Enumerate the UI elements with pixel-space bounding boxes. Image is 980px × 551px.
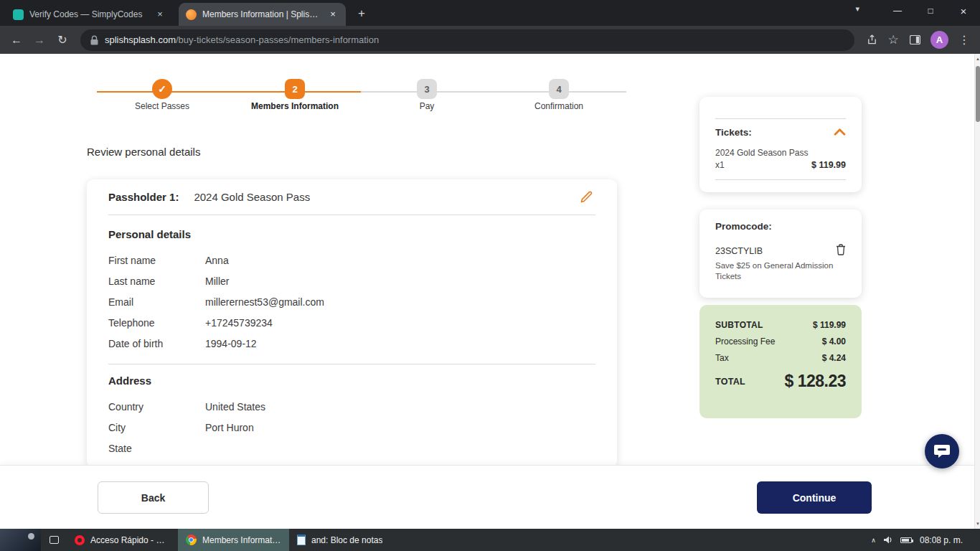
tab-search-icon[interactable]: ▾ [855,4,859,14]
forward-icon[interactable]: → [29,29,50,51]
tray-expand-icon[interactable]: ∧ [871,537,876,544]
passholder-card: Passholder 1: 2024 Gold Season Pass Pers… [87,179,617,468]
tab-close-icon[interactable]: × [154,9,166,20]
step-select-passes-badge[interactable]: ✓ [152,79,172,99]
field-label: Email [108,296,205,308]
passholder-label: Passholder 1: [108,191,179,203]
personal-details-title: Personal details [108,228,595,241]
field-label: City [108,422,205,433]
simplycodes-favicon [13,9,24,20]
field-row-country: Country United States [108,396,595,417]
step-label-pay: Pay [362,101,491,111]
total-value: $ 128.23 [784,372,846,391]
reload-icon[interactable]: ↻ [52,29,73,51]
maximize-button[interactable]: □ [914,6,947,16]
field-row-telephone: Telephone +17245739234 [108,312,595,333]
taskbar-app-chrome[interactable]: Members Informatio... [178,529,289,551]
address-bar[interactable]: splishsplash.com/buy-tickets/season-pass… [80,29,854,51]
volume-icon[interactable] [884,536,892,544]
action-bar: Back Continue [0,465,974,529]
back-icon[interactable]: ← [6,29,27,51]
profile-avatar[interactable]: A [930,31,948,49]
field-value: United States [205,401,265,413]
tickets-title: Tickets: [715,127,752,138]
field-value: Port Huron [205,422,254,433]
opera-icon [75,535,85,545]
browser-tab-strip: Verify Codes — SimplyCodes × Members Inf… [0,0,980,26]
passholder-pass-name: 2024 Gold Season Pass [194,191,310,203]
field-value: millerernest53@gmail.com [205,296,324,308]
minimize-button[interactable]: — [881,6,914,16]
scroll-down-icon[interactable]: ▼ [975,519,980,529]
splishsplash-favicon [186,9,197,20]
close-window-button[interactable]: × [947,5,980,17]
step-members-information-badge[interactable]: 2 [285,79,305,99]
url-domain: splishsplash.com [105,34,176,45]
screen: Verify Codes — SimplyCodes × Members Inf… [0,0,980,551]
tab-members-information[interactable]: Members Information | Splish Spl × [179,3,346,26]
chrome-icon [186,534,197,545]
step-pay-badge[interactable]: 3 [417,79,437,99]
tickets-header: Tickets: [715,126,846,138]
window-controls: — □ × [881,0,980,22]
system-tray: ∧ 08:08 p. m. [871,529,980,551]
summary-row-subtotal: SUBTOTAL $ 119.99 [715,316,846,333]
continue-button[interactable]: Continue [757,481,872,514]
scrollbar-thumb[interactable] [976,66,980,122]
field-label: Telephone [108,317,205,329]
side-panel-icon[interactable] [905,30,925,50]
ticket-quantity: x1 [715,160,725,170]
taskbar-app-opera[interactable]: Acceso Rápido - Opera [67,529,178,551]
share-icon[interactable] [862,30,882,50]
delete-promocode-trash-icon[interactable] [836,244,846,258]
summary-label: SUBTOTAL [715,320,763,330]
browser-menu-icon[interactable]: ⋮ [954,30,974,50]
field-row-last-name: Last name Miller [108,270,595,291]
back-button[interactable]: Back [98,481,209,514]
bookmark-star-icon[interactable]: ☆ [883,30,903,50]
tab-close-icon[interactable]: × [327,9,339,20]
field-row-email: Email millerernest53@gmail.com [108,291,595,312]
edit-pencil-icon[interactable] [577,188,595,207]
field-row-state: State [108,438,595,458]
summary-value: $ 4.00 [822,336,846,347]
field-value: 1994-09-12 [205,338,257,349]
ticket-name: 2024 Gold Season Pass [715,148,846,158]
chat-icon [933,443,951,459]
taskbar-app-label: and: Bloc de notas [311,535,382,545]
promocode-card: Promocode: 23SCTYLIB Save $25 on General… [699,209,862,298]
summary-row-processing-fee: Processing Fee $ 4.00 [715,333,846,349]
field-value: Anna [205,255,229,266]
section-divider [108,364,595,364]
taskbar-widgets-thumbnail[interactable] [0,529,41,551]
promocode-value: 23SCTYLIB [715,246,763,256]
field-row-date-of-birth: Date of birth 1994-09-12 [108,333,595,354]
summary-row-tax: Tax $ 4.24 [715,349,846,366]
taskbar-clock[interactable]: 08:08 p. m. [920,535,963,545]
battery-icon[interactable] [900,537,912,543]
passholder-header-row: Passholder 1: 2024 Gold Season Pass [108,179,595,215]
field-label: Last name [108,276,205,287]
step-label-confirmation: Confirmation [494,101,623,111]
page-scrollbar[interactable]: ▲ ▼ [974,54,980,529]
scroll-up-icon[interactable]: ▲ [975,54,980,64]
field-value: +17245739234 [205,317,273,329]
tickets-divider-bottom [715,179,846,180]
url-path: /buy-tickets/season-passes/members-infor… [176,34,379,45]
tab-verify-codes[interactable]: Verify Codes — SimplyCodes × [6,3,173,26]
promocode-row: 23SCTYLIB [715,244,846,258]
collapse-chevron-up-icon[interactable] [834,126,846,138]
summary-label: Tax [715,353,729,363]
task-view-button[interactable] [41,529,67,551]
order-summary: SUBTOTAL $ 119.99 Processing Fee $ 4.00 … [699,305,862,418]
field-label: State [108,443,205,454]
live-chat-button[interactable] [925,434,959,468]
field-row-city: City Port Huron [108,417,595,438]
field-value: Miller [205,276,229,287]
notepad-icon [297,534,306,545]
tab-title: Members Information | Splish Spl [202,9,321,19]
new-tab-button[interactable]: + [353,6,370,21]
browser-toolbar: ← → ↻ splishsplash.com/buy-tickets/seaso… [0,26,980,54]
taskbar-app-notepad[interactable]: and: Bloc de notas [289,529,400,551]
step-confirmation-badge[interactable]: 4 [549,79,569,99]
